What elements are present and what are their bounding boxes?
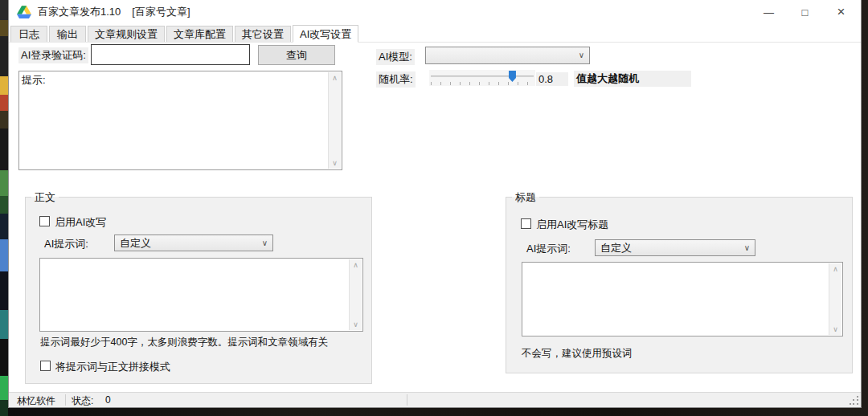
tab-other-settings[interactable]: 其它设置: [235, 26, 291, 42]
ai-model-select[interactable]: ∨: [425, 47, 590, 64]
statusbar-separator: [407, 394, 407, 406]
enable-ai-rewrite-checkbox[interactable]: [39, 216, 50, 226]
body-textarea-scrollbar[interactable]: ∧ ∨: [349, 259, 362, 330]
hint-scrollbar[interactable]: ∧ ∨: [328, 72, 341, 169]
chevron-down-icon: ∨: [579, 51, 584, 59]
enable-ai-rewrite-label: 启用AI改写: [55, 215, 106, 230]
scroll-down-icon[interactable]: ∨: [833, 324, 838, 335]
random-rate-value: 0.8: [536, 72, 568, 86]
title-prompt-select[interactable]: 自定义 ∨: [595, 239, 755, 256]
statusbar-brand: 林忆软件: [17, 394, 55, 408]
title-prompt-label: AI提示词:: [526, 242, 571, 256]
tab-strip: 日志 输出 文章规则设置 文章库配置 其它设置 AI改写设置: [9, 24, 861, 43]
body-prompt-textarea-content: [43, 260, 346, 329]
random-rate-label: 随机率:: [376, 71, 416, 88]
titlebar: 百家文章发布1.10 [百家号文章] — □ ×: [9, 0, 861, 24]
title-group-legend: 标题: [512, 190, 539, 205]
slider-thumb[interactable]: [509, 71, 516, 82]
statusbar-separator: [65, 394, 66, 406]
resize-grip-icon[interactable]: [850, 396, 859, 406]
slider-ticks: [431, 82, 534, 85]
status-bar: 林忆软件 状态: 0: [9, 392, 861, 407]
scroll-up-icon[interactable]: ∧: [833, 263, 838, 275]
title-prompt-value: 自定义: [600, 241, 632, 255]
chevron-down-icon: ∨: [262, 239, 268, 247]
title-textarea-scrollbar[interactable]: ∧ ∨: [829, 263, 841, 335]
tab-ai-rewrite-settings[interactable]: AI改写设置: [293, 25, 358, 43]
statusbar-status-label: 状态:: [72, 394, 93, 408]
concat-mode-label: 将提示词与正文拼接模式: [55, 360, 170, 374]
hint-textbox-content: 提示:: [22, 73, 326, 168]
body-prompt-label: AI提示词:: [44, 237, 88, 251]
concat-mode-checkbox[interactable]: [40, 361, 51, 371]
ai-login-code-label: AI登录验证码:: [18, 47, 88, 63]
body-groupbox: 正文 启用AI改写 AI提示词: 自定义 ∨ ∧ ∨ 提示词最好少于400字，太…: [25, 197, 372, 384]
window-title: 百家文章发布1.10: [38, 5, 121, 19]
maximize-icon[interactable]: □: [787, 0, 823, 24]
window-subtitle: [百家号文章]: [132, 5, 190, 19]
random-rate-slider[interactable]: [429, 70, 535, 86]
scroll-down-icon[interactable]: ∨: [353, 319, 358, 330]
body-prompt-select[interactable]: 自定义 ∨: [114, 235, 273, 251]
title-prompt-textarea[interactable]: ∧ ∨: [522, 262, 843, 336]
body-prompt-hint: 提示词最好少于400字，太多则浪费字数。提示词和文章领域有关: [40, 336, 328, 349]
window-controls: — □ ×: [751, 0, 859, 24]
minimize-icon[interactable]: —: [751, 0, 787, 24]
enable-ai-rewrite-title-label: 启用AI改写标题: [536, 218, 608, 232]
enable-ai-rewrite-title-checkbox[interactable]: [521, 218, 531, 229]
ai-model-label: AI模型:: [376, 49, 415, 65]
random-rate-hint: 值越大越随机: [574, 71, 691, 87]
tab-article-library[interactable]: 文章库配置: [166, 26, 233, 42]
app-icon: [17, 6, 31, 18]
app-window: 百家文章发布1.10 [百家号文章] — □ × 日志 输出 文章规则设置 文章…: [8, 0, 862, 408]
chevron-down-icon: ∨: [744, 244, 750, 252]
tab-article-rules[interactable]: 文章规则设置: [88, 26, 165, 42]
body-group-legend: 正文: [31, 190, 59, 205]
query-button[interactable]: 查询: [258, 45, 335, 65]
title-prompt-hint: 不会写，建议使用预设词: [522, 347, 633, 361]
tab-log[interactable]: 日志: [10, 26, 47, 42]
tab-output[interactable]: 输出: [49, 26, 86, 42]
hint-textbox[interactable]: 提示: ∧ ∨: [18, 71, 342, 170]
ai-login-code-input[interactable]: [91, 44, 250, 65]
title-groupbox: 标题 启用AI改写标题 AI提示词: 自定义 ∨ ∧ ∨ 不会写，建议使用预设词: [506, 197, 853, 373]
slider-track: [431, 75, 534, 77]
body-prompt-value: 自定义: [120, 236, 151, 251]
scroll-down-icon[interactable]: ∨: [332, 157, 338, 169]
desktop-background-strip: [0, 0, 8, 416]
body-prompt-textarea[interactable]: ∧ ∨: [39, 258, 363, 332]
title-prompt-textarea-content: [525, 264, 826, 334]
scroll-up-icon[interactable]: ∧: [332, 72, 338, 84]
scroll-up-icon[interactable]: ∧: [353, 259, 358, 271]
statusbar-status-value: 0: [105, 394, 111, 406]
close-icon[interactable]: ×: [823, 0, 859, 24]
